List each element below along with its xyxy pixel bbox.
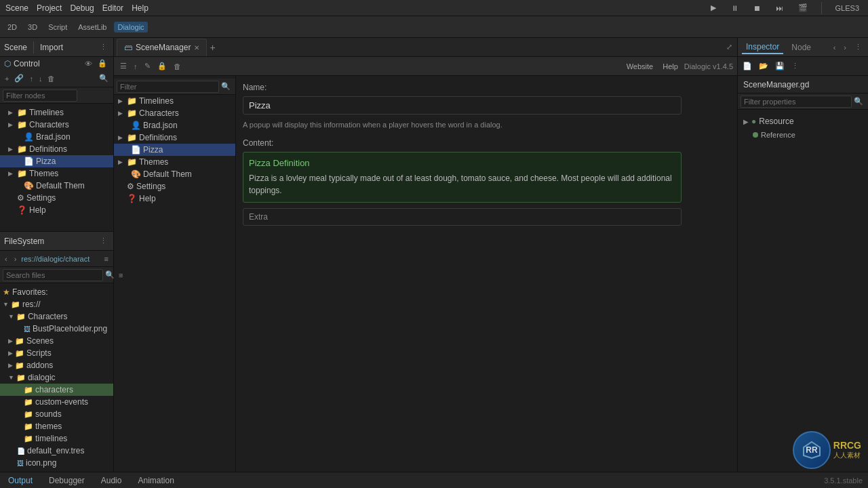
sm-toolbar-btn-5[interactable]: 🗑 (172, 62, 183, 71)
scene-filter-input[interactable] (3, 89, 77, 102)
tree-definitions[interactable]: ▶ 📁 Definitions (0, 143, 113, 155)
fs-dialogic-characters[interactable]: 📁 characters (0, 384, 113, 396)
menu-debug[interactable]: Debug (70, 3, 94, 13)
tree-help[interactable]: ❓ Help (0, 204, 113, 216)
assetlib-button[interactable]: AssetLib (75, 22, 110, 33)
fs-scripts[interactable]: ▶ 📁 Scripts (0, 347, 113, 359)
delete-node-button[interactable]: 🗑 (45, 74, 57, 83)
sm-brad-item[interactable]: 👤 Brad.json (114, 119, 235, 131)
fs-layout-button[interactable]: ≡ (102, 254, 111, 264)
tree-pizza[interactable]: 📄 Pizza (0, 155, 113, 167)
step-button[interactable]: ⏭ (772, 3, 787, 14)
fs-dialogic[interactable]: ▼ 📁 dialogic (0, 371, 113, 384)
inspector-tool-2[interactable]: 📂 (757, 61, 770, 71)
tab-add-button[interactable]: + (210, 42, 215, 53)
sm-toolbar-btn-2[interactable]: ↑ (132, 62, 140, 71)
fs-bust-placeholder[interactable]: 🖼 BustPlaceholder.png (0, 323, 113, 335)
inspector-menu-button[interactable]: ⋮ (852, 42, 864, 52)
instance-button[interactable]: 🔗 (12, 73, 26, 83)
sm-search-icon[interactable]: 🔍 (219, 81, 233, 92)
menu-help[interactable]: Help (132, 3, 149, 13)
fs-timelines[interactable]: 📁 timelines (0, 432, 113, 445)
fs-res-root[interactable]: ▼ 📁 res:// (0, 298, 113, 310)
sm-extra-field[interactable]: Extra (243, 208, 682, 226)
inspector-filter-search-icon[interactable]: 🔍 (852, 96, 865, 106)
menu-editor[interactable]: Editor (102, 3, 123, 13)
import-title[interactable]: Import (40, 43, 63, 52)
inspector-tab[interactable]: Inspector (742, 41, 783, 54)
search-icon-button[interactable]: 🔍 (97, 73, 111, 83)
inspector-filter-bar: 🔍 (738, 94, 868, 110)
fs-sounds[interactable]: 📁 sounds (0, 408, 113, 420)
inspector-resource-section[interactable]: ▶ ● Resource (742, 114, 864, 129)
fs-themes[interactable]: 📁 themes (0, 420, 113, 432)
sm-settings-item[interactable]: ⚙ Settings (114, 180, 235, 192)
sm-timelines-item[interactable]: ▶ 📁 Timelines (114, 95, 235, 107)
characters-arrow-icon: ▼ (8, 313, 14, 320)
sm-definitions-item[interactable]: ▶ 📁 Definitions (114, 131, 235, 144)
website-button[interactable]: Website (623, 61, 657, 72)
fs-icon-png[interactable]: 🖼 icon.png (0, 457, 113, 469)
sm-tab-close[interactable]: ✕ (194, 44, 199, 52)
mode-3d-button[interactable]: 3D (24, 22, 41, 33)
tree-settings[interactable]: ⚙ Settings (0, 192, 113, 204)
scene-manager-tab[interactable]: 🗃 SceneManager ✕ (117, 39, 207, 56)
add-node-button[interactable]: + (3, 74, 11, 83)
inspector-tool-3[interactable]: 💾 (773, 61, 787, 71)
inspector-reference-prop[interactable]: Reference (742, 129, 864, 141)
move-down-button[interactable]: ↓ (37, 74, 45, 83)
audio-tab[interactable]: Audio (98, 474, 125, 487)
output-tab[interactable]: Output (5, 474, 35, 487)
tree-default-theme[interactable]: 🎨 Default Them (0, 180, 113, 192)
fs-menu-button[interactable]: ⋮ (98, 236, 109, 246)
fs-forward-button[interactable]: › (12, 254, 19, 264)
menu-scene[interactable]: Scene (5, 3, 28, 13)
sm-default-theme-item[interactable]: 🎨 Default Them (114, 168, 235, 180)
panel-menu-button[interactable]: ⋮ (98, 42, 109, 52)
fs-custom-events[interactable]: 📁 custom-events (0, 396, 113, 408)
inspector-back-button[interactable]: ‹ (831, 43, 838, 52)
sm-toolbar-btn-4[interactable]: 🔒 (155, 61, 169, 71)
pause-button[interactable]: ⏸ (728, 3, 742, 14)
inspector-filter-input[interactable] (741, 96, 852, 108)
fs-search-input[interactable] (3, 269, 103, 281)
debugger-tab[interactable]: Debugger (46, 474, 87, 487)
control-node-row[interactable]: ⬡ Control 👁 🔒 (0, 57, 113, 70)
tree-characters[interactable]: ▶ 📁 Characters (0, 119, 113, 131)
tree-themes[interactable]: ▶ 📁 Themes (0, 167, 113, 180)
inspector-tool-1[interactable]: 📄 (741, 61, 754, 71)
sm-toolbar-btn-1[interactable]: ☰ (118, 61, 129, 71)
mode-2d-button[interactable]: 2D (4, 22, 20, 33)
sm-toolbar-btn-3[interactable]: ✎ (142, 61, 153, 71)
sm-themes-item[interactable]: ▶ 📁 Themes (114, 156, 235, 168)
tree-timelines[interactable]: ▶ 📁 Timelines (0, 106, 113, 119)
fs-addons[interactable]: ▶ 📁 addons (0, 359, 113, 371)
move-up-button[interactable]: ↑ (27, 74, 35, 83)
sm-help-item[interactable]: ❓ Help (114, 192, 235, 205)
sm-brad-icon: 👤 (131, 121, 141, 130)
fs-scenes[interactable]: ▶ 📁 Scenes (0, 335, 113, 347)
sm-filter-input[interactable] (117, 81, 219, 93)
renderer-button[interactable]: GLES3 (832, 3, 863, 14)
dialogic-button[interactable]: Dialogic (114, 22, 147, 33)
stop-button[interactable]: ⏹ (750, 3, 764, 14)
play-button[interactable]: ▶ (707, 2, 719, 14)
inspector-tool-4[interactable]: ⋮ (789, 61, 801, 71)
animation-tab[interactable]: Animation (135, 474, 176, 487)
node-tab[interactable]: Node (787, 41, 815, 54)
script-button[interactable]: Script (45, 22, 71, 33)
control-eye-button[interactable]: 👁 (83, 58, 94, 68)
inspector-forward-button[interactable]: › (842, 43, 848, 52)
help-label: Help (29, 205, 46, 215)
menu-project[interactable]: Project (37, 3, 62, 13)
movie-button[interactable]: 🎬 (795, 2, 811, 14)
fs-default-env[interactable]: 📄 default_env.tres (0, 445, 113, 457)
control-lock-button[interactable]: 🔒 (96, 58, 109, 68)
help-button[interactable]: Help (659, 61, 682, 72)
sm-characters-item[interactable]: ▶ 📁 Characters (114, 107, 235, 119)
maximize-button[interactable]: ⤢ (724, 42, 734, 52)
fs-characters[interactable]: ▼ 📁 Characters (0, 310, 113, 323)
sm-pizza-item[interactable]: 📄 Pizza (114, 144, 235, 156)
fs-back-button[interactable]: ‹ (3, 254, 9, 264)
tree-brad-json[interactable]: 👤 Brad.json (0, 131, 113, 143)
